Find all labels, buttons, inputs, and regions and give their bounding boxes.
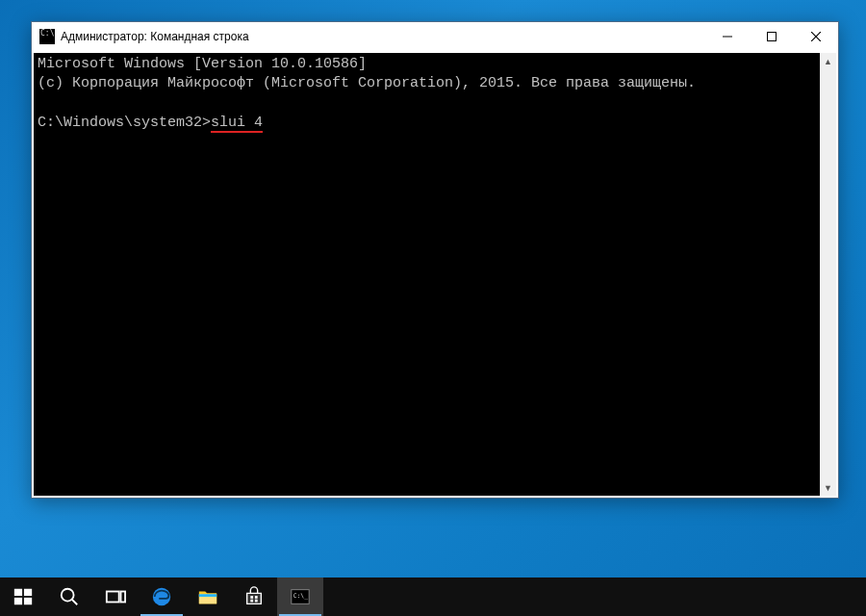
svg-rect-14 xyxy=(199,594,216,597)
taskbar-app-cmd[interactable]: C:\_ xyxy=(277,578,323,616)
task-view-button[interactable] xyxy=(92,578,139,616)
task-view-icon xyxy=(105,586,126,607)
taskbar-app-store[interactable] xyxy=(231,578,277,616)
edge-icon xyxy=(151,586,172,607)
svg-rect-15 xyxy=(250,596,253,599)
file-explorer-icon xyxy=(197,586,218,607)
console-command: slui 4 xyxy=(211,115,263,133)
taskbar-app-edge[interactable] xyxy=(139,578,185,616)
svg-rect-6 xyxy=(14,598,22,604)
close-icon xyxy=(811,32,821,41)
console-blank xyxy=(38,94,816,114)
maximize-button[interactable] xyxy=(750,22,794,51)
svg-rect-11 xyxy=(121,592,126,603)
svg-rect-18 xyxy=(255,600,258,603)
close-button[interactable] xyxy=(794,22,838,51)
window-title: Администратор: Командная строка xyxy=(61,30,249,43)
console-prompt: C:\Windows\system32> xyxy=(38,115,211,131)
desktop[interactable]: Администратор: Командная строка Microsof… xyxy=(0,0,866,616)
window-controls xyxy=(705,22,838,51)
search-icon xyxy=(59,586,80,607)
console-area: Microsoft Windows [Version 10.0.10586](c… xyxy=(34,53,836,496)
svg-line-9 xyxy=(72,600,78,605)
store-icon xyxy=(243,586,265,607)
svg-point-8 xyxy=(62,589,74,602)
svg-rect-4 xyxy=(14,589,22,596)
svg-rect-1 xyxy=(768,33,777,41)
taskbar-app-explorer[interactable] xyxy=(185,578,231,616)
svg-rect-17 xyxy=(250,600,253,603)
minimize-button[interactable] xyxy=(705,22,750,51)
cmd-icon xyxy=(39,29,55,44)
svg-text:C:\_: C:\_ xyxy=(293,592,309,600)
console-output[interactable]: Microsoft Windows [Version 10.0.10586](c… xyxy=(34,53,820,496)
console-prompt-line: C:\Windows\system32>slui 4 xyxy=(38,114,816,133)
scroll-down-button[interactable]: ▼ xyxy=(820,479,836,496)
console-line: Microsoft Windows [Version 10.0.10586] xyxy=(38,55,816,74)
svg-rect-7 xyxy=(24,598,32,604)
start-button[interactable] xyxy=(0,578,46,616)
cmd-window: Администратор: Командная строка Microsof… xyxy=(31,21,839,499)
windows-logo-icon xyxy=(13,586,34,607)
taskbar: C:\_ xyxy=(0,578,866,616)
svg-rect-10 xyxy=(107,592,119,603)
scroll-up-button[interactable]: ▲ xyxy=(820,53,836,69)
maximize-icon xyxy=(767,32,777,41)
titlebar[interactable]: Администратор: Командная строка xyxy=(32,22,838,51)
console-line: (c) Корпорация Майкрософт (Microsoft Cor… xyxy=(38,74,816,93)
minimize-icon xyxy=(723,32,732,41)
svg-rect-5 xyxy=(24,589,32,596)
search-button[interactable] xyxy=(46,578,92,616)
svg-rect-16 xyxy=(255,596,258,599)
vertical-scrollbar[interactable]: ▲ ▼ xyxy=(820,53,836,496)
cmd-taskbar-icon: C:\_ xyxy=(290,586,311,607)
